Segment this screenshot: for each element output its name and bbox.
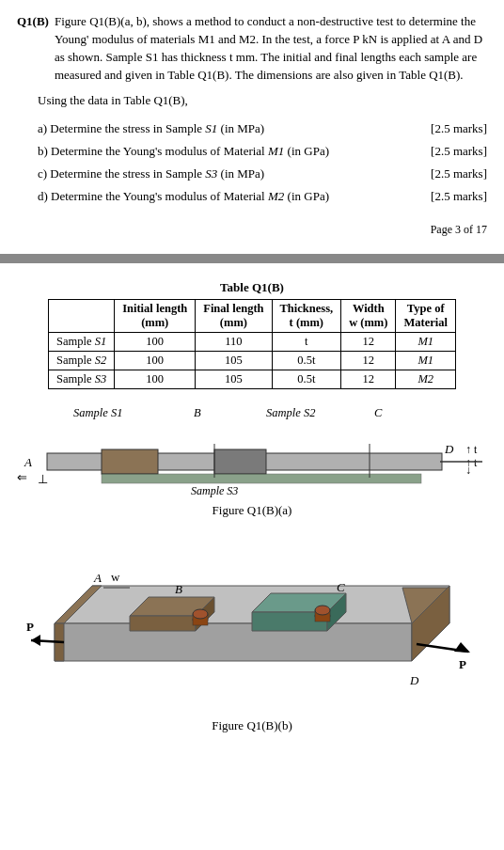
sub-q-d-text: d) Determine the Young's modulus of Mate… — [38, 189, 421, 204]
svg-text:B: B — [175, 582, 182, 596]
figure-b-svg: B C P — [26, 529, 478, 713]
row2-name: Sample S3 — [49, 370, 115, 389]
sub-q-c-text: c) Determine the stress in Sample S3 (in… — [38, 166, 421, 181]
svg-text:A: A — [24, 455, 32, 469]
svg-rect-6 — [102, 474, 421, 483]
svg-point-30 — [315, 606, 330, 615]
data-table: Initial length(mm) Final length(mm) Thic… — [48, 299, 456, 389]
svg-marker-40 — [454, 642, 470, 653]
using-data-text: Using the data in Table Q1(B), — [38, 93, 487, 108]
marks-c: [2.5 marks] — [431, 166, 487, 181]
table-row: Sample S3 100 105 0.5t 12 M2 — [49, 370, 456, 389]
row2-width: 12 — [341, 370, 396, 389]
col-header-3: Thickness,t (mm) — [272, 300, 341, 333]
svg-text:A: A — [93, 571, 102, 585]
row1-width: 12 — [341, 352, 396, 370]
svg-marker-19 — [130, 616, 196, 631]
row1-thickness: 0.5t — [272, 352, 341, 370]
svg-text:↑ t: ↑ t — [465, 443, 478, 456]
sub-question-d: d) Determine the Young's modulus of Mate… — [38, 189, 487, 204]
row1-initial: 100 — [115, 352, 196, 370]
svg-text:C: C — [337, 580, 345, 594]
col-header-4: Widthw (mm) — [341, 300, 396, 333]
question-label: Q1(B) — [17, 13, 49, 84]
svg-text:P: P — [459, 657, 466, 671]
sub-question-b: b) Determine the Young's modulus of Mate… — [38, 144, 487, 159]
sub-question-c: c) Determine the stress in Sample S3 (in… — [38, 166, 487, 181]
svg-text:D: D — [444, 442, 454, 456]
row1-name: Sample S2 — [49, 352, 115, 370]
col-header-1: Initial length(mm) — [115, 300, 196, 333]
table-title: Table Q1(B) — [17, 280, 487, 295]
row2-thickness: 0.5t — [272, 370, 341, 389]
svg-text:Sample S3: Sample S3 — [191, 484, 238, 497]
row0-name: Sample S1 — [49, 333, 115, 352]
marks-d: [2.5 marks] — [431, 189, 487, 204]
col-header-5: Type ofMaterial — [396, 300, 456, 333]
row0-thickness: t — [272, 333, 341, 352]
figure-b-container: B C P — [26, 529, 478, 733]
sub-q-b-text: b) Determine the Young's modulus of Mate… — [38, 144, 421, 159]
page-number: Page 3 of 17 — [17, 223, 487, 237]
row1-final: 105 — [196, 352, 272, 370]
svg-text:⊥: ⊥ — [38, 472, 48, 486]
row0-final: 110 — [196, 333, 272, 352]
figure-a-title: Figure Q1(B)(a) — [17, 503, 487, 518]
svg-text:⇐: ⇐ — [17, 470, 27, 484]
question-header: Q1(B) Figure Q1(B)(a, b), shows a method… — [17, 13, 487, 84]
row2-final: 105 — [196, 370, 272, 389]
figure-a-svg: A ⇐ ⊥ D ↑ t ↓ ↑ t Sampl — [17, 427, 487, 497]
table-row: Sample S2 100 105 0.5t 12 M1 — [49, 352, 456, 370]
col-header-2: Final length(mm) — [196, 300, 272, 333]
svg-point-27 — [193, 609, 208, 619]
section-divider — [0, 254, 504, 263]
row0-material: M1 — [396, 333, 456, 352]
svg-text:D: D — [409, 673, 419, 687]
bottom-section: Table Q1(B) Initial length(mm) Final len… — [0, 271, 504, 743]
figure-a-container: Sample S1 B Sample S2 C A ⇐ ⊥ D — [17, 406, 487, 518]
sample-s2-label: Sample S2 — [266, 406, 315, 420]
svg-rect-5 — [214, 449, 266, 474]
sample-s1-label: Sample S1 — [73, 406, 122, 420]
question-intro: Figure Q1(B)(a, b), shows a method to co… — [55, 13, 487, 84]
b-label: B — [194, 406, 201, 420]
row2-material: M2 — [396, 370, 456, 389]
sub-q-a-text: a) Determine the stress in Sample S1 (in… — [38, 121, 421, 136]
svg-marker-16 — [55, 623, 412, 661]
row2-initial: 100 — [115, 370, 196, 389]
svg-marker-37 — [31, 635, 40, 646]
c-label: C — [374, 406, 382, 420]
svg-text:w: w — [111, 570, 120, 584]
svg-text:P: P — [26, 620, 34, 634]
figure-b-title: Figure Q1(B)(b) — [26, 718, 478, 733]
row1-material: M1 — [396, 352, 456, 370]
marks-b: [2.5 marks] — [431, 144, 487, 159]
svg-text:↑ t: ↑ t — [465, 456, 478, 469]
marks-a: [2.5 marks] — [431, 121, 487, 136]
row0-width: 12 — [341, 333, 396, 352]
svg-rect-4 — [102, 449, 158, 474]
top-section: Q1(B) Figure Q1(B)(a, b), shows a method… — [0, 0, 504, 246]
sub-questions: a) Determine the stress in Sample S1 (in… — [38, 121, 487, 204]
sub-question-a: a) Determine the stress in Sample S1 (in… — [38, 121, 487, 136]
row0-initial: 100 — [115, 333, 196, 352]
table-row: Sample S1 100 110 t 12 M1 — [49, 333, 456, 352]
fig-a-top-labels: Sample S1 B Sample S2 C — [17, 406, 487, 427]
col-header-0 — [49, 300, 115, 333]
